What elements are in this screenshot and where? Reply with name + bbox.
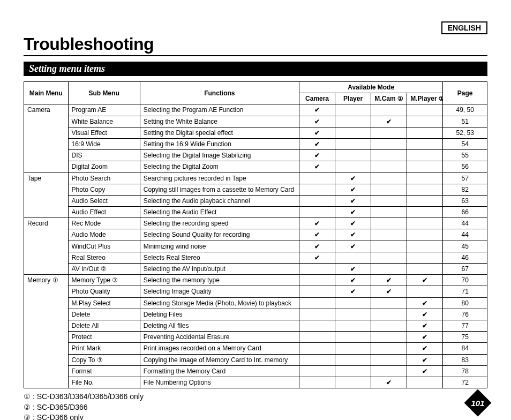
mode-cell bbox=[371, 343, 407, 354]
mode-cell: ✔ bbox=[299, 150, 335, 161]
mode-cell bbox=[335, 116, 371, 127]
mode-cell bbox=[407, 218, 443, 229]
mode-cell bbox=[371, 207, 407, 218]
table-row: DISSelecting the Digital Image Stabilizi… bbox=[24, 150, 487, 161]
table-row: Photo QualitySelecting Image Quality✔✔71 bbox=[24, 286, 487, 297]
mode-cell bbox=[371, 241, 407, 252]
function-cell: Selecting Image Quality bbox=[140, 286, 299, 297]
mode-cell bbox=[407, 195, 443, 206]
sub-menu-cell: Audio Mode bbox=[68, 229, 140, 241]
sub-menu-cell: Audio Effect bbox=[68, 207, 140, 218]
mode-cell: ✔ bbox=[371, 275, 407, 286]
mode-cell bbox=[299, 297, 335, 309]
mode-cell bbox=[335, 343, 371, 354]
table-row: AV In/Out ②Selecting the AV input/output… bbox=[24, 264, 487, 275]
page-cell: 76 bbox=[443, 309, 487, 320]
mode-cell bbox=[407, 184, 443, 195]
table-row: DeleteDeleting Files✔76 bbox=[24, 309, 487, 320]
table-row: White BalanceSetting the White Balance✔✔… bbox=[24, 116, 487, 127]
sub-menu-cell: Photo Search bbox=[68, 172, 140, 184]
mode-cell bbox=[299, 172, 335, 184]
mode-cell bbox=[407, 116, 443, 127]
table-body: CameraProgram AESelecting the Program AE… bbox=[24, 104, 487, 388]
sub-menu-cell: 16:9 Wide bbox=[68, 138, 140, 149]
mode-cell bbox=[299, 275, 335, 286]
table-row: 16:9 WideSetting the 16:9 Wide Function✔… bbox=[24, 138, 487, 149]
mode-cell bbox=[407, 241, 443, 252]
th-mplayer: M.Player ① bbox=[407, 93, 443, 104]
table-row: CameraProgram AESelecting the Program AE… bbox=[24, 104, 487, 116]
function-cell: Deleting All files bbox=[140, 320, 299, 331]
mode-cell: ✔ bbox=[299, 229, 335, 241]
page-cell: 51 bbox=[443, 116, 487, 127]
mode-cell: ✔ bbox=[371, 116, 407, 127]
mode-cell bbox=[371, 138, 407, 149]
sub-menu-cell: Print Mark bbox=[68, 343, 140, 354]
mode-cell: ✔ bbox=[335, 218, 371, 229]
main-menu-cell: Camera bbox=[24, 104, 69, 172]
mode-cell bbox=[407, 207, 443, 218]
th-sub: Sub Menu bbox=[68, 82, 140, 104]
mode-cell bbox=[371, 218, 407, 229]
mode-cell: ✔ bbox=[299, 104, 335, 116]
mode-cell bbox=[299, 365, 335, 377]
table-row: ProtectPreventing Accidental Erasure✔75 bbox=[24, 332, 487, 343]
mode-cell bbox=[299, 264, 335, 275]
mode-cell: ✔ bbox=[299, 218, 335, 229]
page-cell: 72 bbox=[443, 377, 487, 388]
page-cell: 80 bbox=[443, 297, 487, 309]
mode-cell bbox=[299, 377, 335, 388]
mode-cell: ✔ bbox=[299, 127, 335, 138]
function-cell: File Numbering Options bbox=[140, 377, 299, 388]
mode-cell bbox=[371, 229, 407, 241]
mode-cell bbox=[371, 320, 407, 331]
mode-cell bbox=[335, 365, 371, 377]
function-cell: Selects Real Stereo bbox=[140, 252, 299, 263]
mode-cell: ✔ bbox=[407, 309, 443, 320]
main-menu-cell: Memory ① bbox=[24, 275, 69, 388]
sub-menu-cell: M.Play Select bbox=[68, 297, 140, 309]
footnote: ② : SC-D365/D366 bbox=[24, 402, 487, 413]
page-cell: 52, 53 bbox=[443, 127, 487, 138]
function-cell: Selecting the Audio Effect bbox=[140, 207, 299, 218]
settings-table: Main Menu Sub Menu Functions Available M… bbox=[24, 81, 487, 388]
table-header: Main Menu Sub Menu Functions Available M… bbox=[24, 82, 487, 104]
mode-cell: ✔ bbox=[299, 252, 335, 263]
page-cell: 46 bbox=[443, 252, 487, 263]
mode-cell bbox=[335, 161, 371, 172]
mode-cell: ✔ bbox=[335, 264, 371, 275]
page-cell: 67 bbox=[443, 264, 487, 275]
mode-cell bbox=[335, 309, 371, 320]
mode-cell: ✔ bbox=[407, 365, 443, 377]
mode-cell: ✔ bbox=[335, 229, 371, 241]
function-cell: Print images recorded on a Memory Card bbox=[140, 343, 299, 354]
mode-cell: ✔ bbox=[335, 184, 371, 195]
page-cell: 45 bbox=[443, 241, 487, 252]
th-player: Player bbox=[335, 93, 371, 104]
page-cell: 82 bbox=[443, 184, 487, 195]
mode-cell: ✔ bbox=[335, 241, 371, 252]
mode-cell bbox=[335, 252, 371, 263]
th-page: Page bbox=[443, 82, 487, 104]
function-cell: Formatting the Memory Card bbox=[140, 365, 299, 377]
sub-menu-cell: Copy To ③ bbox=[68, 354, 140, 365]
sub-menu-cell: Real Stereo bbox=[68, 252, 140, 263]
function-cell: Selecting the memory type bbox=[140, 275, 299, 286]
sub-menu-cell: Photo Copy bbox=[68, 184, 140, 195]
mode-cell bbox=[371, 184, 407, 195]
table-row: Visual EffectSetting the Digital special… bbox=[24, 127, 487, 138]
mode-cell: ✔ bbox=[335, 172, 371, 184]
mode-cell bbox=[371, 354, 407, 365]
mode-cell: ✔ bbox=[335, 195, 371, 206]
sub-menu-cell: Protect bbox=[68, 332, 140, 343]
mode-cell: ✔ bbox=[407, 332, 443, 343]
page-cell: 83 bbox=[443, 354, 487, 365]
function-cell: Setting the Digital special effect bbox=[140, 127, 299, 138]
sub-menu-cell: Rec Mode bbox=[68, 218, 140, 229]
page-cell: 70 bbox=[443, 275, 487, 286]
sub-menu-cell: File No. bbox=[68, 377, 140, 388]
mode-cell bbox=[299, 286, 335, 297]
table-row: TapePhoto SearchSearching pictures recor… bbox=[24, 172, 487, 184]
function-cell: Selecting the Digital Zoom bbox=[140, 161, 299, 172]
sub-menu-cell: Format bbox=[68, 365, 140, 377]
